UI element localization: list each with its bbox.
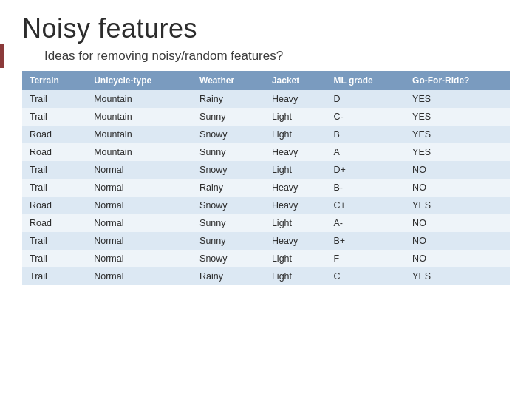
table-cell: NO	[405, 250, 510, 267]
header-row: TerrainUnicycle-typeWeatherJacketML grad…	[22, 71, 510, 90]
table-cell: Road	[22, 126, 86, 143]
table-cell: B+	[327, 232, 406, 250]
table-row: TrailNormalSunnyHeavyB+NO	[22, 232, 510, 250]
table-cell: YES	[405, 90, 510, 108]
table-cell: Sunny	[192, 232, 265, 250]
table-body: TrailMountainRainyHeavyDYESTrailMountain…	[22, 90, 510, 285]
table-cell: Snowy	[192, 250, 265, 267]
page-container: Noisy features Ideas for removing noisy/…	[0, 0, 532, 399]
table-cell: Trail	[22, 179, 86, 197]
table-cell: Rainy	[192, 90, 265, 108]
table-cell: NO	[405, 214, 510, 232]
table-head: TerrainUnicycle-typeWeatherJacketML grad…	[22, 71, 510, 90]
table-cell: Light	[265, 108, 327, 126]
column-header: ML grade	[327, 71, 406, 90]
table-cell: Sunny	[192, 108, 265, 126]
table-cell: Trail	[22, 161, 86, 179]
table-row: TrailMountainSunnyLightC-YES	[22, 108, 510, 126]
table-row: TrailNormalRainyHeavyB-NO	[22, 179, 510, 197]
table-cell: Trail	[22, 267, 86, 285]
table-cell: Normal	[86, 214, 192, 232]
table-cell: F	[327, 250, 406, 267]
table-cell: A-	[327, 214, 406, 232]
column-header: Unicycle-type	[86, 71, 192, 90]
table-row: RoadMountainSnowyLightBYES	[22, 126, 510, 143]
column-header: Go-For-Ride?	[405, 71, 510, 90]
table-cell: Light	[265, 161, 327, 179]
table-row: TrailNormalSnowyLightFNO	[22, 250, 510, 267]
table-cell: NO	[405, 179, 510, 197]
table-cell: C	[327, 267, 406, 285]
table-row: TrailMountainRainyHeavyDYES	[22, 90, 510, 108]
column-header: Terrain	[22, 71, 86, 90]
table-cell: C+	[327, 197, 406, 214]
table-cell: B	[327, 126, 406, 143]
table-cell: Sunny	[192, 143, 265, 161]
table-cell: NO	[405, 232, 510, 250]
table-cell: Trail	[22, 108, 86, 126]
table-cell: YES	[405, 126, 510, 143]
table-cell: Mountain	[86, 90, 192, 108]
accent-row: Ideas for removing noisy/random features…	[0, 44, 532, 68]
table-row: RoadNormalSunnyLightA-NO	[22, 214, 510, 232]
table-cell: NO	[405, 161, 510, 179]
table-cell: Trail	[22, 232, 86, 250]
table-cell: Mountain	[86, 126, 192, 143]
subtitle-text: Ideas for removing noisy/random features…	[44, 47, 532, 65]
table-cell: Sunny	[192, 214, 265, 232]
table-cell: Trail	[22, 250, 86, 267]
table-cell: Normal	[86, 179, 192, 197]
table-cell: Normal	[86, 250, 192, 267]
table-cell: YES	[405, 197, 510, 214]
table-cell: Rainy	[192, 267, 265, 285]
table-cell: C-	[327, 108, 406, 126]
table-cell: YES	[405, 267, 510, 285]
table-row: RoadNormalSnowyHeavyC+YES	[22, 197, 510, 214]
table-cell: Rainy	[192, 179, 265, 197]
table-cell: Snowy	[192, 161, 265, 179]
table-cell: Light	[265, 214, 327, 232]
table-row: RoadMountainSunnyHeavyAYES	[22, 143, 510, 161]
table-cell: Snowy	[192, 126, 265, 143]
subtitle-inner: Ideas for removing noisy/random features…	[4, 44, 532, 68]
table-cell: Heavy	[265, 197, 327, 214]
table-cell: D+	[327, 161, 406, 179]
table-cell: Snowy	[192, 197, 265, 214]
table-cell: Normal	[86, 197, 192, 214]
table-cell: Heavy	[265, 179, 327, 197]
table-cell: B-	[327, 179, 406, 197]
column-header: Jacket	[265, 71, 327, 90]
table-wrapper: TerrainUnicycle-typeWeatherJacketML grad…	[0, 71, 532, 285]
page-title: Noisy features	[22, 13, 510, 44]
table-cell: Mountain	[86, 108, 192, 126]
table-cell: Normal	[86, 267, 192, 285]
table-cell: Heavy	[265, 232, 327, 250]
table-cell: Light	[265, 126, 327, 143]
column-header: Weather	[192, 71, 265, 90]
table-row: TrailNormalRainyLightCYES	[22, 267, 510, 285]
table-cell: Light	[265, 250, 327, 267]
table-row: TrailNormalSnowyLightD+NO	[22, 161, 510, 179]
table-cell: Road	[22, 143, 86, 161]
table-cell: Heavy	[265, 90, 327, 108]
table-cell: Heavy	[265, 143, 327, 161]
title-section: Noisy features	[0, 0, 532, 44]
table-cell: Normal	[86, 161, 192, 179]
table-cell: Normal	[86, 232, 192, 250]
table-cell: A	[327, 143, 406, 161]
table-cell: YES	[405, 108, 510, 126]
table-cell: Road	[22, 214, 86, 232]
data-table: TerrainUnicycle-typeWeatherJacketML grad…	[22, 71, 510, 285]
table-cell: Road	[22, 197, 86, 214]
table-cell: Light	[265, 267, 327, 285]
table-cell: D	[327, 90, 406, 108]
table-cell: Trail	[22, 90, 86, 108]
table-cell: Mountain	[86, 143, 192, 161]
table-cell: YES	[405, 143, 510, 161]
